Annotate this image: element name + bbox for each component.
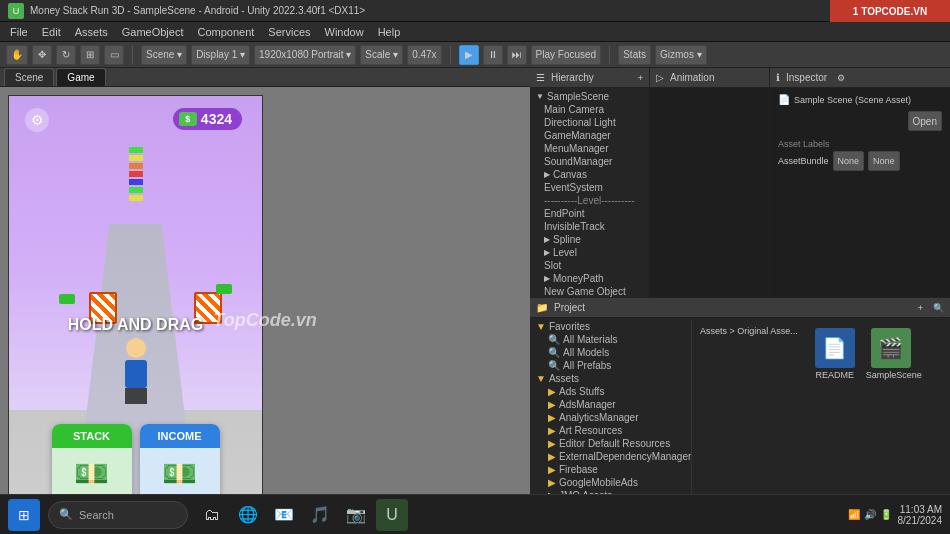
editor-default[interactable]: ▶Editor Default Resources [532, 437, 691, 450]
tray-network-icon[interactable]: 📶 [848, 509, 860, 520]
settings-icon[interactable]: ⚙ [25, 108, 49, 132]
step-button[interactable]: ⏭ [507, 45, 527, 65]
menu-assets[interactable]: Assets [69, 24, 114, 40]
play-button[interactable]: ▶ [459, 45, 479, 65]
tree-invisible-track[interactable]: InvisibleTrack [532, 220, 647, 233]
favorites-folder[interactable]: ▼Favorites [532, 320, 691, 333]
taskbar-app3[interactable]: 📧 [268, 499, 300, 531]
search-icon: 🔍 [59, 508, 73, 521]
menu-edit[interactable]: Edit [36, 24, 67, 40]
ads-manager[interactable]: ▶AdsManager [532, 398, 691, 411]
toolbar-rect[interactable]: ▭ [104, 45, 124, 65]
tab-scene[interactable]: Scene [4, 68, 54, 86]
taskbar-app2[interactable]: 🌐 [232, 499, 264, 531]
tree-game-manager[interactable]: GameManager [532, 129, 647, 142]
scale-dropdown[interactable]: Scale ▾ [360, 45, 403, 65]
f4: ▶ [548, 425, 556, 436]
samplescene-file[interactable]: 🎬 SampleScene [866, 328, 916, 380]
firebase[interactable]: ▶Firebase [532, 463, 691, 476]
taskbar-app5[interactable]: 📷 [340, 499, 372, 531]
google-mobile-ads[interactable]: ▶GoogleMobileAds [532, 476, 691, 489]
tree-event-system[interactable]: EventSystem [532, 181, 647, 194]
scene-content: ⚙ $ 4324 [0, 87, 530, 534]
arrow-moneypath: ▶ [544, 274, 550, 283]
tree-dir-light[interactable]: Directional Light [532, 116, 647, 129]
fav-materials[interactable]: 🔍All Materials [532, 333, 691, 346]
display-dropdown[interactable]: Display 1 ▾ [191, 45, 250, 65]
favorites-icon: ▼ [536, 321, 546, 332]
tree-sound-manager[interactable]: SoundManager [532, 155, 647, 168]
tree-new-game-object[interactable]: New Game Object [532, 285, 647, 297]
inspector-content: 📄 Sample Scene (Scene Asset) Open Asset … [770, 88, 950, 297]
system-tray: 📶 🔊 🔋 11:03 AM 8/21/2024 [848, 504, 943, 526]
menu-help[interactable]: Help [372, 24, 407, 40]
arrow-canvas: ▶ [544, 170, 550, 179]
inspector-gear-icon[interactable]: ⚙ [837, 73, 845, 83]
menu-gameobject[interactable]: GameObject [116, 24, 190, 40]
top-right-area: ☰ Hierarchy + ▼SampleScene Main Camera D… [530, 68, 950, 298]
asset-labels-title: Asset Labels [778, 139, 942, 149]
tree-main-camera[interactable]: Main Camera [532, 103, 647, 116]
ads-stuffs[interactable]: ▶Ads Stuffs [532, 385, 691, 398]
tray-sound-icon[interactable]: 🔊 [864, 509, 876, 520]
assetbundle-none2[interactable]: None [868, 151, 900, 171]
art-resources[interactable]: ▶Art Resources [532, 424, 691, 437]
fav-models[interactable]: 🔍All Models [532, 346, 691, 359]
menu-services[interactable]: Services [262, 24, 316, 40]
start-button[interactable]: ⊞ [8, 499, 40, 531]
score-value: 4324 [201, 111, 232, 127]
tray-battery-icon[interactable]: 🔋 [880, 509, 892, 520]
toolbar-rotate[interactable]: ↻ [56, 45, 76, 65]
hierarchy-content: ▼SampleScene Main Camera Directional Lig… [530, 88, 649, 297]
tree-canvas[interactable]: ▶Canvas [532, 168, 647, 181]
assets-folder[interactable]: ▼Assets [532, 372, 691, 385]
tree-endpoint[interactable]: EndPoint [532, 207, 647, 220]
toolbar-scale[interactable]: ⊞ [80, 45, 100, 65]
menu-file[interactable]: File [4, 24, 34, 40]
taskbar-app1[interactable]: 🗂 [196, 499, 228, 531]
menu-bar: File Edit Assets GameObject Component Se… [0, 22, 950, 42]
play-focused-btn[interactable]: Play Focused [531, 45, 602, 65]
resolution-dropdown[interactable]: 1920x1080 Portrait ▾ [254, 45, 356, 65]
asset-files: 📄 README 🎬 SampleScene [806, 324, 920, 384]
assetbundle-none[interactable]: None [833, 151, 865, 171]
animation-icon: ▷ [656, 72, 664, 83]
right-panels: ☰ Hierarchy + ▼SampleScene Main Camera D… [530, 68, 950, 512]
scene-dropdown[interactable]: Scene ▾ [141, 45, 187, 65]
f6: ▶ [548, 451, 556, 462]
tree-spline[interactable]: ▶Spline [532, 233, 647, 246]
taskbar-search[interactable]: 🔍 Search [48, 501, 188, 529]
animation-header: ▷ Animation [650, 68, 769, 88]
tree-samplescene[interactable]: ▼SampleScene [532, 90, 647, 103]
topcode-logo: 1 TOPCODE.VN [830, 0, 950, 22]
menu-window[interactable]: Window [319, 24, 370, 40]
tree-menu-manager[interactable]: MenuManager [532, 142, 647, 155]
taskbar-unity[interactable]: U [376, 499, 408, 531]
hierarchy-panel: ☰ Hierarchy + ▼SampleScene Main Camera D… [530, 68, 650, 297]
hierarchy-title: Hierarchy [551, 72, 594, 83]
readme-file[interactable]: 📄 README [810, 328, 860, 380]
ext-dependency[interactable]: ▶ExternalDependencyManager [532, 450, 691, 463]
taskbar-app4[interactable]: 🎵 [304, 499, 336, 531]
analytics-manager[interactable]: ▶AnalyticsManager [532, 411, 691, 424]
tree-slot[interactable]: Slot [532, 259, 647, 272]
inspector-open-btn[interactable]: Open [908, 111, 942, 131]
tree-moneypath[interactable]: ▶MoneyPath [532, 272, 647, 285]
menu-component[interactable]: Component [191, 24, 260, 40]
inspector-asset-row: 📄 Sample Scene (Scene Asset) [774, 92, 946, 107]
assets-folder-icon: ▼ [536, 373, 546, 384]
pause-button[interactable]: ⏸ [483, 45, 503, 65]
scale-value: 0.47x [407, 45, 441, 65]
gizmos-btn[interactable]: Gizmos ▾ [655, 45, 707, 65]
tree-level[interactable]: ▶Level [532, 246, 647, 259]
stats-btn[interactable]: Stats [618, 45, 651, 65]
toolbar-move[interactable]: ✥ [32, 45, 52, 65]
project-search-icon[interactable]: 🔍 [933, 303, 944, 313]
toolbar-hand[interactable]: ✋ [6, 45, 28, 65]
project-add-btn[interactable]: + [918, 303, 923, 313]
hierarchy-add-btn[interactable]: + [638, 73, 643, 83]
tab-game[interactable]: Game [56, 68, 105, 86]
char-pants [125, 388, 147, 404]
fav-prefabs[interactable]: 🔍All Prefabs [532, 359, 691, 372]
samplescene-label: SampleScene [866, 370, 916, 380]
